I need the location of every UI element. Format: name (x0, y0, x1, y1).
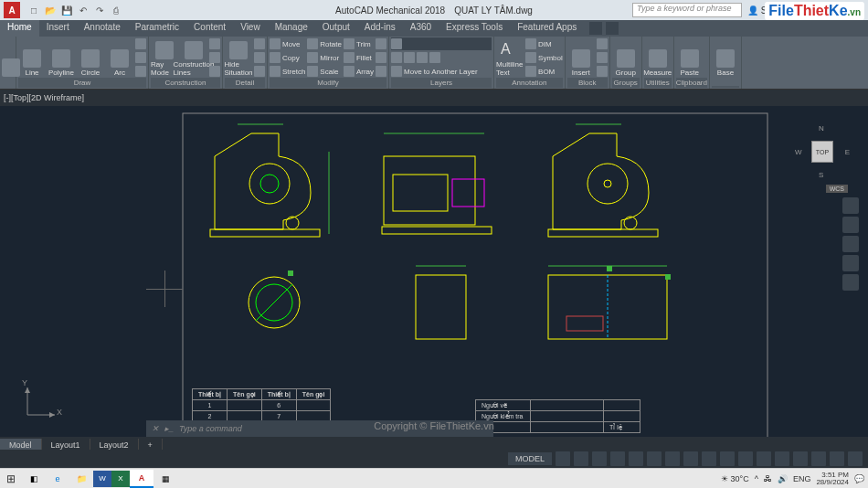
tab-express[interactable]: Express Tools (439, 20, 510, 37)
tab-featured[interactable]: Featured Apps (510, 20, 584, 37)
status-3dosnap-icon[interactable] (647, 451, 662, 466)
status-ortho-icon[interactable] (592, 451, 607, 466)
layer-dropdown[interactable] (391, 37, 492, 50)
status-customize-icon[interactable] (848, 451, 863, 466)
tray-weather[interactable]: ☀ 30°C (721, 474, 749, 483)
start-button[interactable]: ⊞ (0, 470, 22, 488)
move-button[interactable]: Move (270, 37, 305, 50)
word-icon[interactable]: W (93, 471, 111, 487)
status-hardware-icon[interactable] (811, 451, 826, 466)
panel-title[interactable]: Groups (612, 78, 640, 88)
tray-notifications-icon[interactable]: 💬 (854, 474, 864, 483)
nav-orbit-icon[interactable] (842, 255, 859, 271)
status-snap-icon[interactable] (574, 451, 588, 466)
hide-situation-button[interactable]: Hide Situation (225, 37, 252, 78)
status-polar-icon[interactable] (610, 451, 625, 466)
arc-button[interactable]: Arc (106, 37, 133, 78)
status-cleanscreen-icon[interactable] (830, 451, 844, 466)
base-button[interactable]: Base (712, 37, 739, 78)
viewcube-face[interactable]: TOP (811, 141, 833, 163)
status-workspace-icon[interactable] (757, 451, 771, 466)
close-icon[interactable]: ✕ (152, 424, 159, 433)
status-monitor-icon[interactable] (775, 451, 789, 466)
group-button[interactable]: Group (612, 37, 640, 78)
viewport-label[interactable]: [-][Top][2D Wireframe] (0, 90, 868, 106)
panel-title[interactable]: Detail (225, 78, 265, 88)
ribbon-extra-icon[interactable] (589, 22, 602, 35)
copy-button[interactable]: Copy (270, 51, 305, 64)
tab-insert[interactable]: Insert (39, 20, 77, 37)
draw-small-icon[interactable] (135, 65, 146, 78)
explorer-icon[interactable]: 📁 (69, 470, 93, 488)
status-cycling-icon[interactable] (720, 451, 735, 466)
help-search-input[interactable]: Type a keyword or phrase (632, 3, 742, 17)
measure-button[interactable]: Measure (644, 37, 672, 78)
qat-undo-icon[interactable]: ↶ (77, 4, 90, 16)
ribbon-extra-icon[interactable] (606, 22, 619, 35)
tab-a360[interactable]: A360 (403, 20, 439, 37)
panel-title[interactable]: Layers (391, 78, 492, 88)
qat-redo-icon[interactable]: ↷ (93, 4, 106, 16)
status-lweight-icon[interactable] (683, 451, 698, 466)
tab-output[interactable]: Output (315, 20, 357, 37)
qat-open-icon[interactable]: 📂 (44, 4, 57, 16)
status-transparency-icon[interactable] (702, 451, 716, 466)
tray-language[interactable]: ENG (793, 474, 811, 483)
wcs-label[interactable]: WCS (826, 185, 848, 193)
command-input-placeholder[interactable]: Type a command (179, 424, 242, 433)
status-grid-icon[interactable] (556, 451, 570, 466)
tab-annotate[interactable]: Annotate (77, 20, 128, 37)
tray-network-icon[interactable]: 🖧 (764, 474, 772, 483)
stretch-button[interactable]: Stretch (270, 65, 305, 78)
app-icon[interactable]: ▦ (153, 470, 177, 488)
draw-small-icon[interactable] (135, 51, 146, 64)
panel-title[interactable]: Construction (151, 78, 220, 88)
nav-wheel-icon[interactable] (842, 197, 859, 214)
trim-button[interactable]: Trim (344, 37, 374, 50)
edge-icon[interactable]: e (46, 470, 69, 488)
move-to-layer-button[interactable]: Move to Another Layer (391, 65, 492, 78)
tab-manage[interactable]: Manage (268, 20, 315, 37)
tray-clock[interactable]: 3:51 PM 28/9/2024 (816, 472, 849, 486)
panel-title[interactable]: Annotation (496, 78, 563, 88)
panel-title[interactable]: Modify (270, 78, 386, 88)
line-button[interactable]: Line (18, 37, 46, 78)
drawing-canvas[interactable]: N S W E TOP WCS X Y Thiết bịTên gọiThiết… (0, 106, 868, 453)
nav-zoom-icon[interactable] (842, 236, 859, 252)
circle-button[interactable]: Circle (77, 37, 104, 78)
tab-home[interactable]: Home (0, 20, 39, 37)
status-otrack-icon[interactable] (665, 451, 680, 466)
panel-title[interactable]: Clipboard (676, 78, 707, 88)
scale-button[interactable]: Scale (307, 65, 342, 78)
panel-title[interactable]: Utilities (644, 78, 672, 88)
qat-save-icon[interactable]: 💾 (60, 4, 73, 16)
tab-addins[interactable]: Add-ins (357, 20, 403, 37)
tab-content[interactable]: Content (186, 20, 233, 37)
excel-icon[interactable]: X (111, 471, 130, 487)
panel-title[interactable]: Block (567, 78, 608, 88)
tray-chevron-icon[interactable]: ^ (755, 474, 758, 483)
status-osnap-icon[interactable] (629, 451, 643, 466)
symbol-button[interactable]: Symbol (525, 51, 563, 64)
nav-pan-icon[interactable] (842, 217, 859, 233)
dim-button[interactable]: DIM (525, 37, 563, 50)
status-model-button[interactable]: MODEL (508, 452, 552, 465)
rotate-button[interactable]: Rotate (307, 37, 342, 50)
qat-print-icon[interactable]: ⎙ (110, 4, 122, 16)
taskview-icon[interactable]: ◧ (22, 470, 46, 488)
app-logo[interactable]: A (4, 2, 20, 18)
mtext-button[interactable]: AMultiline Text (496, 37, 524, 78)
tab-parametric[interactable]: Parametric (128, 20, 186, 37)
tab-view[interactable]: View (233, 20, 268, 37)
constructionlines-button[interactable]: Construction Lines (180, 37, 207, 78)
autocad-icon[interactable]: A (130, 470, 153, 488)
nav-showmotion-icon[interactable] (842, 274, 859, 291)
fillet-button[interactable]: Fillet (344, 51, 374, 64)
polyline-button[interactable]: Polyline (48, 37, 75, 78)
viewcube[interactable]: N S W E TOP (795, 124, 850, 179)
status-annoscale-icon[interactable] (738, 451, 753, 466)
bom-button[interactable]: BOM (525, 65, 563, 78)
status-isolate-icon[interactable] (793, 451, 808, 466)
panel-title[interactable]: Draw (18, 78, 146, 88)
draw-small-icon[interactable] (135, 37, 146, 50)
